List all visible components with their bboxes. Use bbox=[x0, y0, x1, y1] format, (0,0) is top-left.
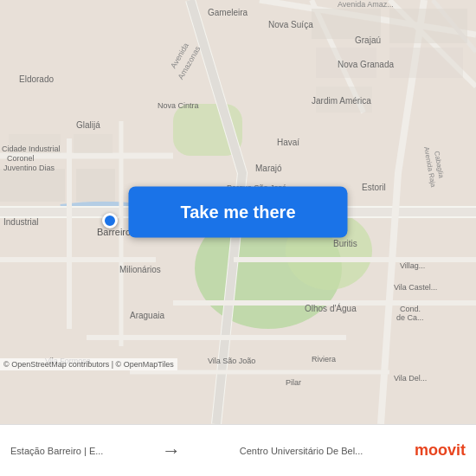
svg-text:Milionários: Milionários bbox=[119, 265, 161, 274]
svg-rect-23 bbox=[389, 9, 467, 43]
svg-text:Havaí: Havaí bbox=[277, 138, 299, 147]
svg-text:Gameleira: Gameleira bbox=[208, 8, 248, 17]
map-view: Eldorado Glalijá Nova Suíça Grajaú Nova … bbox=[0, 0, 476, 424]
destination-location: Centro Universitário De Bel... bbox=[240, 446, 363, 456]
svg-text:Vila São João: Vila São João bbox=[208, 357, 255, 365]
svg-text:Riviera: Riviera bbox=[312, 355, 336, 363]
svg-text:Olhos d'Água: Olhos d'Água bbox=[305, 303, 357, 313]
svg-rect-21 bbox=[74, 134, 113, 153]
svg-text:de Ca...: de Ca... bbox=[396, 313, 424, 322]
svg-text:Pilar: Pilar bbox=[286, 378, 301, 387]
svg-text:Industrial: Industrial bbox=[3, 217, 39, 227]
origin-marker bbox=[102, 213, 118, 228]
svg-text:Villag...: Villag... bbox=[400, 261, 425, 270]
svg-text:Vila Del...: Vila Del... bbox=[394, 374, 427, 383]
svg-text:Nova Suíça: Nova Suíça bbox=[268, 20, 313, 29]
svg-text:Barreiro: Barreiro bbox=[97, 227, 131, 237]
moovit-logo-text: moovit bbox=[415, 441, 466, 460]
svg-text:Estoril: Estoril bbox=[362, 183, 386, 192]
moovit-branding: moovit bbox=[415, 441, 466, 460]
svg-rect-19 bbox=[76, 169, 115, 202]
svg-text:Grajaú: Grajaú bbox=[355, 35, 381, 45]
direction-arrow: → bbox=[155, 440, 188, 462]
svg-text:Nova Cintra: Nova Cintra bbox=[158, 101, 199, 110]
svg-text:Cond.: Cond. bbox=[400, 305, 421, 313]
svg-text:Coronel: Coronel bbox=[7, 154, 35, 163]
map-attribution: © OpenStreetMap contributors | © OpenMap… bbox=[0, 358, 177, 370]
footer: Estação Barreiro | E... → Centro Univers… bbox=[0, 424, 476, 476]
svg-text:Marajó: Marajó bbox=[255, 164, 282, 173]
take-me-there-button[interactable]: Take me there bbox=[128, 187, 347, 238]
svg-text:Avenida Amaz...: Avenida Amaz... bbox=[338, 0, 394, 9]
origin-label: Estação Barreiro | E... bbox=[10, 446, 103, 456]
svg-text:Glalijá: Glalijá bbox=[76, 120, 100, 130]
svg-text:Juventino Dias: Juventino Dias bbox=[3, 164, 55, 172]
svg-rect-22 bbox=[312, 9, 381, 39]
svg-text:Vila Castel...: Vila Castel... bbox=[394, 283, 437, 292]
svg-text:Nova Granada: Nova Granada bbox=[338, 60, 394, 69]
svg-text:Araguaia: Araguaia bbox=[130, 311, 164, 320]
svg-rect-18 bbox=[0, 169, 65, 202]
svg-text:Buritis: Buritis bbox=[333, 239, 357, 248]
destination-label: Centro Universitário De Bel... bbox=[240, 446, 363, 456]
svg-text:Eldorado: Eldorado bbox=[19, 74, 54, 84]
svg-text:Jardim América: Jardim América bbox=[312, 96, 371, 106]
svg-text:Cidade Industrial: Cidade Industrial bbox=[2, 145, 61, 153]
svg-rect-25 bbox=[389, 48, 463, 78]
origin-location: Estação Barreiro | E... bbox=[10, 446, 103, 456]
